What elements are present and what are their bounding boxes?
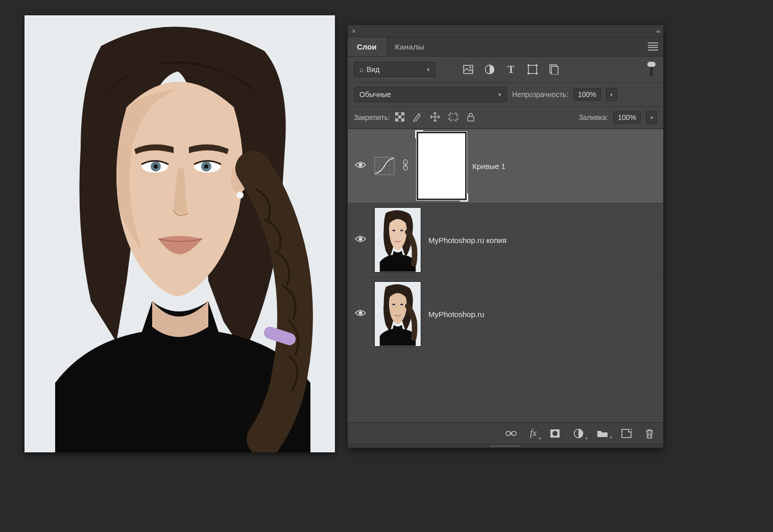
- layer-row-curves[interactable]: Кривые 1: [348, 129, 663, 203]
- svg-point-45: [552, 431, 558, 436]
- tab-channels[interactable]: Каналы: [386, 37, 433, 56]
- panel-tabs: Слои Каналы: [348, 37, 663, 57]
- adjustment-filter-icon[interactable]: [485, 64, 495, 75]
- svg-point-39: [392, 304, 395, 305]
- new-layer-icon[interactable]: [621, 429, 632, 438]
- artboard-lock-icon[interactable]: [448, 112, 458, 123]
- panel-resize-gripper[interactable]: [348, 444, 663, 448]
- filter-toggle[interactable]: [646, 62, 657, 77]
- layer-filter-row: ⌕ Вид ▾ T: [348, 57, 663, 83]
- layers-list: Кривые 1 MyPhotoshop.ru копия MyPhotosho…: [348, 129, 663, 422]
- image-filter-icon[interactable]: [463, 64, 473, 75]
- svg-rect-24: [395, 118, 398, 122]
- lock-label: Закрепить:: [354, 113, 390, 122]
- filter-kind-label: Вид: [367, 65, 379, 74]
- svg-rect-23: [398, 115, 401, 118]
- layers-panel: × «« Слои Каналы ⌕ Вид ▾ T: [347, 25, 664, 448]
- layer-name: MyPhotoshop.ru: [428, 310, 484, 319]
- svg-point-40: [400, 304, 403, 305]
- new-group-icon[interactable]: ▴: [597, 429, 608, 438]
- shape-filter-icon[interactable]: [527, 64, 538, 75]
- svg-point-33: [359, 237, 363, 240]
- svg-point-6: [204, 164, 208, 168]
- svg-point-8: [236, 191, 244, 199]
- visibility-eye-icon[interactable]: [354, 309, 367, 320]
- link-icon[interactable]: [402, 159, 411, 173]
- svg-point-17: [536, 72, 538, 75]
- type-filter-icon[interactable]: T: [506, 64, 516, 75]
- svg-rect-13: [528, 65, 537, 74]
- layer-row-image-original[interactable]: MyPhotoshop.ru: [348, 277, 663, 351]
- layers-empty-area: [348, 351, 663, 422]
- svg-point-11: [469, 66, 471, 68]
- svg-rect-21: [395, 112, 398, 115]
- visibility-eye-icon[interactable]: [354, 161, 367, 172]
- collapse-panel-icon[interactable]: ««: [656, 28, 659, 34]
- fill-value[interactable]: 100%: [613, 111, 641, 124]
- opacity-label: Непрозрачность:: [512, 90, 568, 99]
- smart-filter-icon[interactable]: [549, 64, 559, 75]
- svg-point-5: [154, 164, 158, 168]
- svg-rect-22: [401, 112, 404, 115]
- move-lock-icon[interactable]: [430, 112, 440, 124]
- panel-bottom-bar: fx▴ ▴ ▴: [348, 422, 663, 444]
- chevron-down-icon: ▾: [427, 66, 430, 73]
- close-icon[interactable]: ×: [352, 27, 356, 35]
- svg-point-36: [400, 230, 403, 231]
- opacity-chevron[interactable]: ▾: [606, 88, 617, 101]
- layer-thumbnail[interactable]: [374, 281, 421, 347]
- opacity-value[interactable]: 100%: [573, 88, 601, 101]
- panel-menu-icon[interactable]: [648, 42, 658, 51]
- svg-rect-26: [450, 114, 457, 120]
- tab-layers[interactable]: Слои: [348, 37, 386, 56]
- panel-topbar: × ««: [348, 25, 663, 37]
- link-layers-icon[interactable]: [505, 430, 517, 437]
- svg-point-16: [527, 72, 529, 75]
- new-adjustment-icon[interactable]: ▴: [573, 428, 584, 439]
- lock-row: Закрепить: Заливка: 100% ▾: [348, 107, 663, 129]
- search-icon: ⌕: [359, 65, 364, 74]
- svg-rect-19: [551, 66, 558, 75]
- filter-kind-dropdown[interactable]: ⌕ Вид ▾: [354, 62, 436, 77]
- fx-icon[interactable]: fx▴: [530, 428, 537, 439]
- svg-point-37: [359, 311, 363, 315]
- svg-rect-25: [401, 118, 404, 122]
- svg-rect-47: [622, 429, 631, 438]
- chevron-down-icon: ▾: [498, 91, 501, 98]
- canvas-image: [25, 15, 335, 452]
- curves-adjustment-icon[interactable]: [374, 157, 395, 175]
- svg-point-28: [359, 163, 363, 166]
- lock-all-icon[interactable]: [467, 112, 475, 123]
- layer-thumbnail[interactable]: [374, 207, 421, 273]
- svg-point-15: [536, 64, 538, 66]
- layer-name: Кривые 1: [472, 162, 505, 171]
- filter-type-icons: T: [463, 64, 559, 75]
- blend-mode-value: Обычные: [359, 90, 391, 99]
- fill-chevron[interactable]: ▾: [646, 111, 657, 124]
- delete-layer-icon[interactable]: [645, 428, 654, 439]
- blend-mode-dropdown[interactable]: Обычные ▾: [354, 87, 507, 102]
- svg-point-35: [392, 230, 395, 231]
- add-mask-icon[interactable]: [550, 429, 560, 438]
- transparency-lock-icon[interactable]: [395, 112, 404, 123]
- svg-point-14: [527, 64, 529, 66]
- visibility-eye-icon[interactable]: [354, 235, 367, 246]
- paint-lock-icon[interactable]: [413, 112, 422, 123]
- svg-rect-27: [468, 116, 474, 121]
- fill-label: Заливка:: [578, 113, 608, 122]
- layer-name: MyPhotoshop.ru копия: [428, 236, 506, 245]
- layer-row-image-copy[interactable]: MyPhotoshop.ru копия: [348, 203, 663, 277]
- blend-row: Обычные ▾ Непрозрачность: 100% ▾: [348, 83, 663, 107]
- layer-mask-thumbnail[interactable]: [418, 133, 465, 199]
